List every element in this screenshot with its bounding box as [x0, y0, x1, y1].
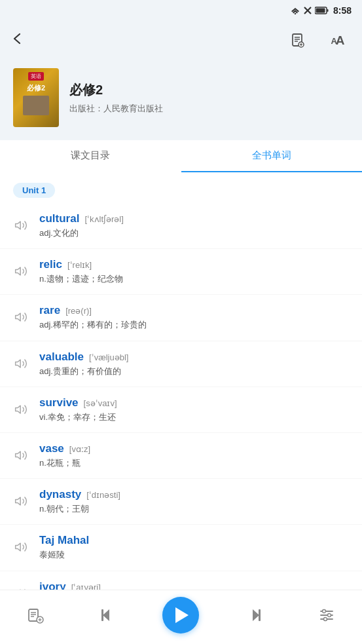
- speaker-icon: [14, 495, 27, 508]
- speaker-icon: [14, 449, 27, 462]
- play-icon: [175, 607, 189, 623]
- word-content: relic [ˈrelɪk] n.遗物；遗迹；纪念物: [39, 258, 352, 285]
- word-english: valuable: [39, 350, 84, 364]
- word-content: cultural [ˈkʌltʃərəl] adj.文化的: [39, 212, 352, 239]
- word-header: cultural [ˈkʌltʃərəl]: [39, 212, 352, 225]
- speaker-button-4[interactable]: [10, 399, 31, 420]
- speaker-button-3[interactable]: [10, 353, 31, 374]
- word-header: Taj Mahal: [39, 534, 352, 547]
- document-settings-icon: [290, 33, 306, 48]
- word-phonetic: [ˈkʌltʃərəl]: [84, 214, 123, 224]
- svg-point-2: [295, 13, 296, 14]
- speaker-icon: [14, 311, 27, 324]
- word-item: relic [ˈrelɪk] n.遗物；遗迹；纪念物: [0, 249, 362, 295]
- toolbar-left: [10, 31, 25, 50]
- word-header: rare [reə(r)]: [39, 304, 352, 317]
- word-chinese: vi.幸免；幸存；生还: [39, 411, 352, 423]
- word-list: cultural [ˈkʌltʃərəl] adj.文化的 relic [ˈre…: [0, 203, 362, 616]
- svg-point-31: [323, 618, 327, 621]
- svg-point-30: [327, 614, 331, 617]
- book-info: 英语 必修2 必修2 出版社：人民教育出版社: [0, 60, 362, 140]
- speaker-button-2[interactable]: [10, 307, 31, 328]
- word-item: Taj Mahal 泰姬陵: [0, 525, 362, 571]
- equalizer-icon: [318, 607, 335, 624]
- word-phonetic: [səˈvaɪv]: [84, 398, 117, 408]
- book-cover: 英语 必修2: [13, 68, 59, 127]
- vocabulary-icon: [27, 607, 44, 624]
- svg-rect-25: [259, 609, 261, 621]
- word-phonetic: [reə(r)]: [65, 306, 92, 316]
- word-chinese: n.朝代；王朝: [39, 503, 352, 515]
- word-phonetic: [ˈrelɪk]: [67, 260, 92, 270]
- edit-settings-button[interactable]: [283, 26, 312, 55]
- word-header: dynasty [ˈdɪnəsti]: [39, 488, 352, 501]
- speaker-icon: [14, 540, 27, 554]
- word-chinese: n.花瓶；瓶: [39, 457, 352, 469]
- word-chinese: adj.文化的: [39, 227, 352, 239]
- word-english: vase: [39, 442, 64, 455]
- book-cover-subject: 英语: [28, 72, 44, 81]
- word-english: dynasty: [39, 488, 81, 501]
- svg-rect-7: [316, 9, 325, 13]
- speaker-icon: [14, 357, 27, 370]
- word-header: vase [vɑːz]: [39, 442, 352, 455]
- next-button[interactable]: [242, 601, 270, 630]
- word-header: relic [ˈrelɪk]: [39, 258, 352, 271]
- word-english: survive: [39, 396, 79, 409]
- status-icons: [290, 6, 329, 15]
- speaker-button-7[interactable]: [10, 537, 31, 558]
- word-content: vase [vɑːz] n.花瓶；瓶: [39, 442, 352, 469]
- tab-all-words[interactable]: 全书单词: [181, 140, 363, 172]
- settings-button[interactable]: [312, 601, 341, 630]
- book-cover-image: [23, 96, 49, 115]
- status-time: 8:58: [333, 5, 352, 16]
- svg-rect-23: [101, 609, 103, 621]
- font-size-button[interactable]: AA: [323, 26, 352, 55]
- tab-table-of-contents[interactable]: 课文目录: [0, 140, 181, 172]
- back-arrow-icon: [10, 31, 25, 46]
- word-phonetic: [vɑːz]: [69, 444, 90, 454]
- back-button[interactable]: [10, 31, 25, 50]
- svg-marker-22: [103, 609, 109, 621]
- word-chinese: n.遗物；遗迹；纪念物: [39, 273, 352, 285]
- toolbar-right: AA: [283, 26, 352, 55]
- speaker-button-1[interactable]: [10, 261, 31, 282]
- next-icon: [247, 607, 264, 624]
- word-item: rare [reə(r)] adj.稀罕的；稀有的；珍贵的: [0, 295, 362, 341]
- tabs-container: 课文目录 全书单词: [0, 140, 362, 172]
- word-content: survive [səˈvaɪv] vi.幸免；幸存；生还: [39, 396, 352, 423]
- word-english: relic: [39, 258, 62, 271]
- word-phonetic: [ˈdɪnəsti]: [86, 490, 120, 500]
- word-content: rare [reə(r)] adj.稀罕的；稀有的；珍贵的: [39, 304, 352, 331]
- word-item: valuable [ˈvæljuəbl] adj.贵重的；有价值的: [0, 341, 362, 387]
- word-header: survive [səˈvaɪv]: [39, 396, 352, 409]
- toolbar: AA: [0, 21, 362, 60]
- speaker-icon: [14, 265, 27, 278]
- svg-point-29: [322, 610, 325, 613]
- word-list-content: Unit 1 cultural [ˈkʌltʃərəl] adj.文化的: [0, 172, 362, 644]
- svg-marker-24: [253, 609, 259, 621]
- wifi-icon: [290, 7, 300, 14]
- previous-button[interactable]: [92, 601, 120, 630]
- word-chinese: adj.稀罕的；稀有的；珍贵的: [39, 319, 352, 331]
- word-english: cultural: [39, 212, 79, 225]
- font-size-icon: A: [331, 36, 335, 46]
- word-header: valuable [ˈvæljuəbl]: [39, 350, 352, 364]
- word-item: vase [vɑːz] n.花瓶；瓶: [0, 433, 362, 479]
- signal-icon: [303, 6, 312, 15]
- word-chinese: adj.贵重的；有价值的: [39, 366, 352, 377]
- book-title: 必修2: [69, 81, 349, 99]
- unit-badge: Unit 1: [13, 183, 55, 198]
- word-item: survive [səˈvaɪv] vi.幸免；幸存；生还: [0, 387, 362, 433]
- book-metadata: 必修2 出版社：人民教育出版社: [69, 81, 349, 115]
- speaker-button-0[interactable]: [10, 215, 31, 236]
- speaker-button-6[interactable]: [10, 491, 31, 512]
- word-phonetic: [ˈvæljuəbl]: [89, 352, 128, 362]
- vocabulary-button[interactable]: [21, 601, 50, 630]
- status-bar: 8:58: [0, 0, 362, 21]
- play-button[interactable]: [162, 597, 199, 634]
- speaker-icon: [14, 403, 27, 416]
- font-size-icon-large: A: [336, 33, 344, 48]
- speaker-button-5[interactable]: [10, 445, 31, 466]
- word-english: Taj Mahal: [39, 534, 89, 547]
